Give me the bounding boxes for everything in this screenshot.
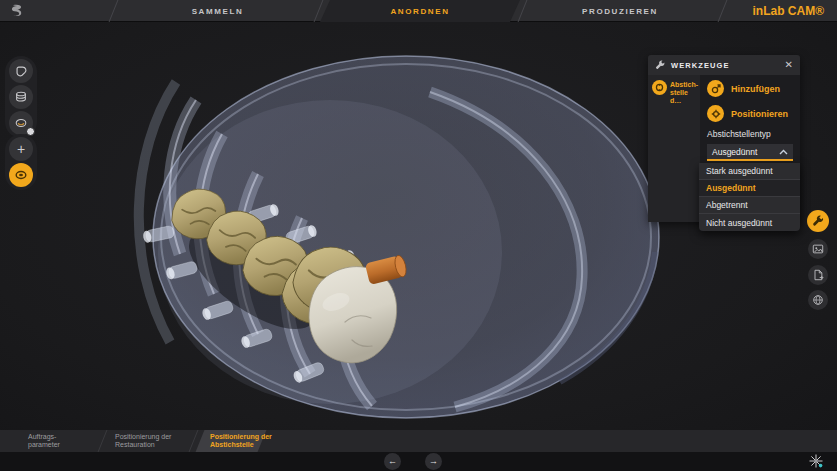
close-icon[interactable]: ✕ (785, 60, 793, 70)
position-sprue-button[interactable]: Positionieren (707, 105, 793, 122)
disc-icon (14, 168, 28, 182)
current-disc-button[interactable] (9, 111, 33, 135)
panel-header[interactable]: WERKZEUGE ✕ (648, 55, 800, 75)
back-button[interactable]: ← (384, 453, 401, 470)
disc-stack-button[interactable] (9, 85, 33, 109)
divider (98, 430, 108, 452)
left-toolbar-bottom: + (5, 134, 37, 190)
phase-tab-produzieren[interactable]: PRODUZIEREN (520, 0, 720, 22)
dropdown-option[interactable]: Abgetrennt (699, 197, 800, 214)
tab-label-line2: parameter (28, 441, 60, 448)
add-sprue-label: Hinzufügen (731, 84, 780, 94)
dropdown-option-selected[interactable]: Ausgedünnt (699, 180, 800, 197)
blank-shape-icon (14, 64, 28, 78)
tool-category-column: Abstich- stelle d… (648, 75, 700, 222)
dropdown-option[interactable]: Nicht ausgedünnt (699, 214, 800, 231)
tab-positionierung-restauration[interactable]: Positionierung der Restauration (115, 433, 171, 450)
disc-stack-icon (14, 90, 28, 104)
inlab-cam-window: SAMMELN ANORDNEN PRODUZIEREN inLab CAM® (0, 0, 837, 471)
screenshot-button[interactable] (808, 239, 828, 259)
add-job-button[interactable]: + (9, 137, 33, 161)
tab-label-line1: Auftrags- (28, 433, 56, 440)
tab-label-line2: Abstichstelle (210, 441, 254, 448)
position-sprue-icon (707, 105, 724, 122)
panel-title: WERKZEUGE (671, 61, 730, 70)
chevron-up-icon (779, 149, 788, 155)
tool-label-line2: stelle d… (670, 89, 688, 104)
top-phase-bar: SAMMELN ANORDNEN PRODUZIEREN inLab CAM® (0, 0, 837, 22)
app-title: inLab CAM® (752, 0, 824, 22)
globe-icon (812, 294, 824, 306)
select-value: Ausgedünnt (712, 147, 757, 157)
tool-label-line1: Abstich- (670, 81, 698, 88)
image-icon (812, 243, 824, 255)
plus-icon: + (17, 142, 25, 156)
tab-auftragsparameter[interactable]: Auftrags- parameter (28, 433, 60, 450)
phase-tab-sammeln[interactable]: SAMMELN (115, 0, 320, 22)
sprue-type-select[interactable]: Ausgedünnt (707, 144, 793, 161)
footer: Auftrags- parameter Positionierung der R… (0, 430, 837, 471)
tab-label-line1: Positionierung der (115, 433, 171, 440)
tab-label-line1: Positionierung der (210, 433, 272, 440)
step-tab-bar: Auftrags- parameter Positionierung der R… (0, 430, 837, 452)
blank-shape-button[interactable] (9, 59, 33, 83)
sprue-type-dropdown: Stark ausgedünnt Ausgedünnt Abgetrennt N… (699, 163, 800, 231)
position-sprue-label: Positionieren (731, 109, 788, 119)
phase-tab-anordnen[interactable]: ANORDNEN (320, 0, 520, 22)
sprue-tool-icon (652, 80, 667, 95)
add-sprue-icon (707, 80, 724, 97)
export-document-button[interactable] (808, 265, 828, 285)
tab-positionierung-abstichstelle[interactable]: Positionierung der Abstichstelle (210, 433, 272, 450)
3d-viewport[interactable]: + (0, 22, 837, 430)
werkzeuge-panel: WERKZEUGE ✕ Abstich- stelle (648, 55, 800, 222)
forward-button[interactable]: → (425, 453, 442, 470)
tool-entry-abstichstelle[interactable]: Abstich- stelle d… (652, 80, 697, 105)
tool-entry-label: Abstich- stelle d… (670, 80, 698, 105)
add-sprue-button[interactable]: Hinzufügen (707, 80, 793, 97)
wrench-icon (812, 215, 825, 228)
orientation-gizmo-icon[interactable] (808, 453, 824, 469)
network-button[interactable] (808, 290, 828, 310)
wrench-icon (655, 60, 666, 71)
tab-label-line2: Restauration (115, 441, 155, 448)
brand-logo (9, 3, 25, 19)
document-export-icon (812, 269, 824, 281)
left-toolbar-top (5, 56, 37, 138)
sprue-type-label: Abstichstellentyp (707, 129, 793, 140)
bottom-strip: ← → (0, 452, 837, 471)
tools-button[interactable] (807, 210, 829, 232)
active-disc-button[interactable] (9, 163, 33, 187)
dropdown-option[interactable]: Stark ausgedünnt (699, 163, 800, 180)
